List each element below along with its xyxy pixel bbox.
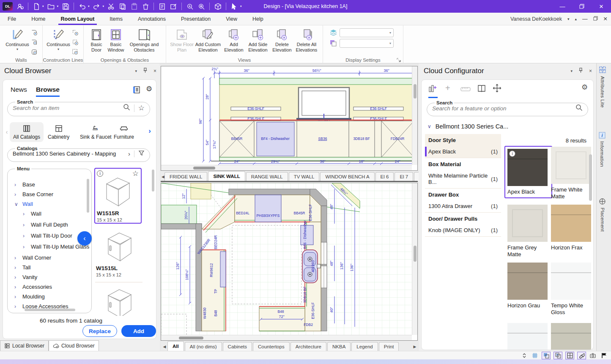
option-apex-black[interactable]: Apex Black(1) <box>425 145 501 158</box>
swatch-partial-1[interactable] <box>507 323 549 350</box>
cfg-tool-cabinet-icon[interactable] <box>477 84 486 94</box>
tab-architecture[interactable]: Architecture <box>290 342 326 351</box>
tab-window-bench-a[interactable]: WINDOW BENCH A <box>320 172 374 181</box>
undo-icon[interactable] <box>78 2 86 11</box>
menu-item-wall-full-depth[interactable]: ›Wall Full Depth <box>23 222 68 228</box>
menu-item-base-corner[interactable]: ›Base Corner <box>14 191 53 197</box>
cfg-settings-gear-icon[interactable]: ⚙ <box>581 83 588 92</box>
add-custom-elevation-button[interactable]: Add Custom Elevation <box>194 27 222 52</box>
category-all-catalogs[interactable]: All Catalogs <box>10 122 44 142</box>
snap-overlap-icon[interactable] <box>542 352 551 359</box>
minimize-button[interactable]: — <box>553 0 572 13</box>
redo-icon[interactable] <box>93 2 101 11</box>
snap-align-icon[interactable] <box>553 352 562 359</box>
swatch-tempo-white-gloss[interactable]: Tempo White Gloss <box>551 263 593 316</box>
cut-icon[interactable] <box>107 2 115 11</box>
construction-continuous-button[interactable]: Continuous▾ <box>46 27 71 51</box>
tab-help[interactable]: Help <box>245 13 271 25</box>
wall-corner-3-icon[interactable] <box>30 47 39 57</box>
app-minimize-icon[interactable]: — <box>582 16 588 22</box>
tab-all-no-dims[interactable]: All (no dims) <box>185 342 222 351</box>
menu-item-moulding[interactable]: ›Moulding <box>14 293 45 300</box>
menu-item-base[interactable]: ›Base <box>14 181 35 188</box>
wall-corner-1-icon[interactable] <box>30 28 39 37</box>
paste-icon[interactable] <box>130 2 138 11</box>
tab-fridge-wall[interactable]: FRIDGE WALL <box>164 172 208 181</box>
tab-annotations[interactable]: Annotations <box>130 13 173 25</box>
add-elevation-button[interactable]: Add Elevation <box>222 27 246 52</box>
close-button[interactable]: ✕ <box>592 0 611 13</box>
delete-elevation-button[interactable]: Delete Elevation <box>270 27 294 52</box>
catalogs-field[interactable]: Catalogs Bellmont 1300 Series Cabinetry … <box>7 146 150 162</box>
swatch-frame-white-matte[interactable]: Frame White Matte <box>551 147 593 200</box>
construction-line-3-icon[interactable] <box>71 47 80 57</box>
menu-item-accessories[interactable]: ›Accessories <box>14 284 52 290</box>
tab-sink-wall[interactable]: SINK WALL <box>208 171 245 181</box>
tab-file[interactable]: File <box>0 13 24 25</box>
cfg-vertical-scrollbar[interactable] <box>589 154 592 201</box>
zoom-extents-icon[interactable] <box>197 2 205 11</box>
basic-door-button[interactable]: Basic Door <box>87 27 106 52</box>
display-settings-launcher-icon[interactable] <box>396 57 401 62</box>
user-name[interactable]: Vanessa DeKoekkoek <box>510 16 562 22</box>
panel-dropdown-icon[interactable]: ▾ <box>135 69 137 73</box>
browser-tab-news[interactable]: News <box>11 86 27 97</box>
tab-tv-wall[interactable]: TV WALL <box>289 172 320 181</box>
panel-pin-icon[interactable] <box>143 68 148 74</box>
plan-tabs-left-arrow[interactable]: ◀ <box>162 342 167 351</box>
product-card-partial[interactable] <box>96 285 143 316</box>
tab-cabinets[interactable]: Cabinets <box>223 342 252 351</box>
tab-range-wall[interactable]: RANGE WALL <box>246 172 288 181</box>
catalog-list-icon[interactable] <box>132 86 140 96</box>
categories-scroll-left-icon[interactable]: ‹ <box>4 127 10 136</box>
search-icon[interactable] <box>123 104 130 112</box>
floorplan-drawing[interactable]: BED24L PHS93XYPFS BB45R E36-SHLF BF6 - D… <box>161 183 412 335</box>
app-restore-icon[interactable] <box>593 16 598 22</box>
menu-item-vanity[interactable]: ›Vanity <box>14 274 37 280</box>
replace-button[interactable]: Replace <box>82 325 117 337</box>
open-file-icon[interactable] <box>47 2 55 11</box>
menu-item-wall-corner[interactable]: ›Wall Corner <box>14 255 51 261</box>
copy-icon[interactable] <box>118 2 127 11</box>
browser-tab-browse[interactable]: Browse <box>36 86 60 97</box>
category-sink-faucet[interactable]: Sink & Faucet <box>80 124 112 140</box>
browser-settings-gear-icon[interactable]: ⚙ <box>146 85 152 93</box>
product-card-w1515l[interactable]: W1515L 15 x 15 x 12 <box>96 229 143 279</box>
menu-item-wall[interactable]: ∨Wall <box>14 201 33 207</box>
cfg-tool-configure-icon[interactable] <box>428 84 438 98</box>
maximize-button[interactable] <box>572 0 592 13</box>
floorplan-hscrollbar[interactable] <box>161 335 412 340</box>
menu-horizontal-scrollbar[interactable] <box>25 309 75 311</box>
link-views-icon[interactable] <box>577 352 586 359</box>
expand-status-icon[interactable] <box>521 352 528 359</box>
display-layers-combo[interactable]: ▾ <box>340 28 394 37</box>
markup-icon[interactable] <box>169 2 178 11</box>
tab-print[interactable]: Print <box>379 342 399 351</box>
category-furniture[interactable]: Furniture <box>114 124 134 140</box>
option-white-melamine[interactable]: White Melamine Particle B...(1) <box>425 170 501 189</box>
product-info-icon[interactable]: i <box>97 170 103 177</box>
favorites-star-icon[interactable]: ☆ <box>138 104 145 112</box>
add-side-elevation-button[interactable]: Add Side Elevation <box>246 27 270 52</box>
tab-presentation[interactable]: Presentation <box>173 13 218 25</box>
product-card-w1515r[interactable]: i ☆ W1515R 15 x 15 x 12 <box>94 168 142 224</box>
side-tab-placement[interactable]: Placement <box>599 198 606 232</box>
cfg-dropdown-icon[interactable]: ▾ <box>570 69 573 73</box>
walls-continuous-button[interactable]: Continuous▾ <box>5 27 30 51</box>
tab-el6[interactable]: El 6 <box>375 172 394 181</box>
selection-settings-icon[interactable] <box>230 2 238 11</box>
cfg-tool-add-icon[interactable]: + <box>445 83 450 93</box>
display-pages-combo[interactable]: ▾ <box>340 39 394 48</box>
browser-search-field[interactable]: Search Search for an item ☆ <box>7 99 150 116</box>
results-vertical-scrollbar[interactable] <box>152 170 154 192</box>
categories-scroll-right-icon[interactable]: › <box>147 126 153 135</box>
user-dropdown-icon[interactable]: ▾ <box>567 17 570 21</box>
option-atira-drawer[interactable]: 1300 Atira Drawer(1) <box>425 200 501 213</box>
elevation-vscrollbar[interactable] <box>412 66 417 165</box>
cfg-search-icon[interactable] <box>575 104 583 113</box>
tab-items[interactable]: Items <box>102 13 130 25</box>
swatch-apex-black[interactable]: i Apex Black <box>504 146 552 198</box>
delete-icon[interactable] <box>141 2 150 11</box>
pane-layout-icon[interactable] <box>565 352 574 359</box>
show-floor-plan-button[interactable]: Show Floor Plan <box>170 27 194 52</box>
